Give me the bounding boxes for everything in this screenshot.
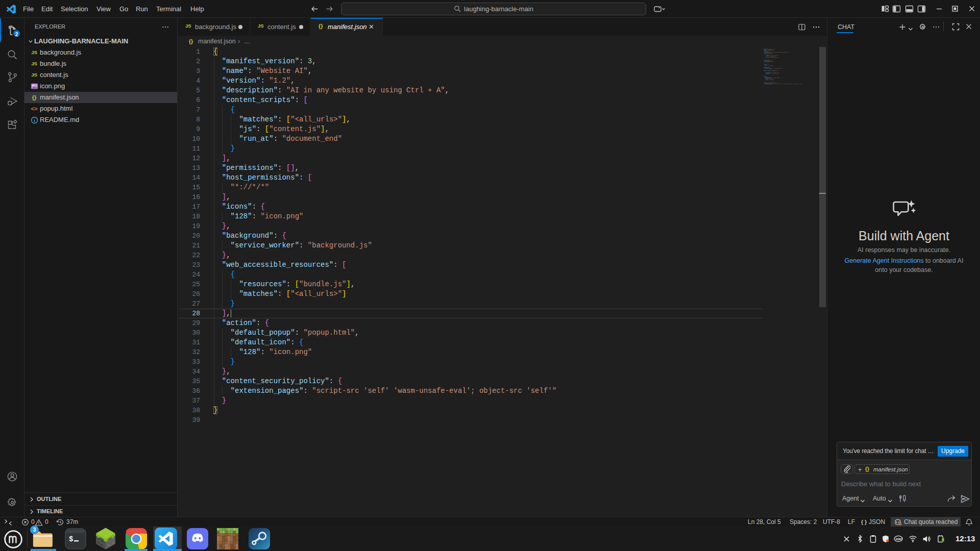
svg-text:$: $	[69, 535, 73, 543]
svg-text:intel: intel	[895, 537, 902, 541]
